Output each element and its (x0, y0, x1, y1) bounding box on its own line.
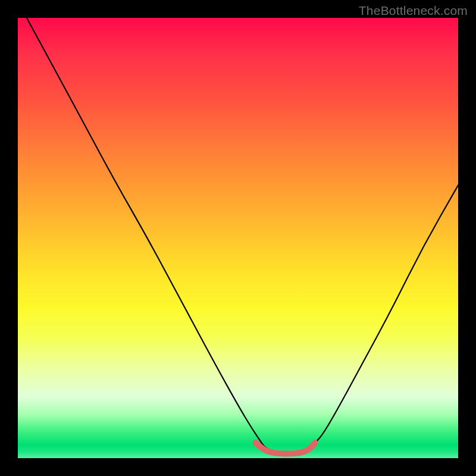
watermark-text: TheBottleneck.com (359, 4, 468, 18)
optimal-range-marker (256, 443, 315, 454)
chart-svg (18, 18, 458, 458)
plot-area (18, 18, 458, 458)
chart-frame: TheBottleneck.com (0, 0, 476, 476)
bottleneck-curve (27, 18, 458, 454)
